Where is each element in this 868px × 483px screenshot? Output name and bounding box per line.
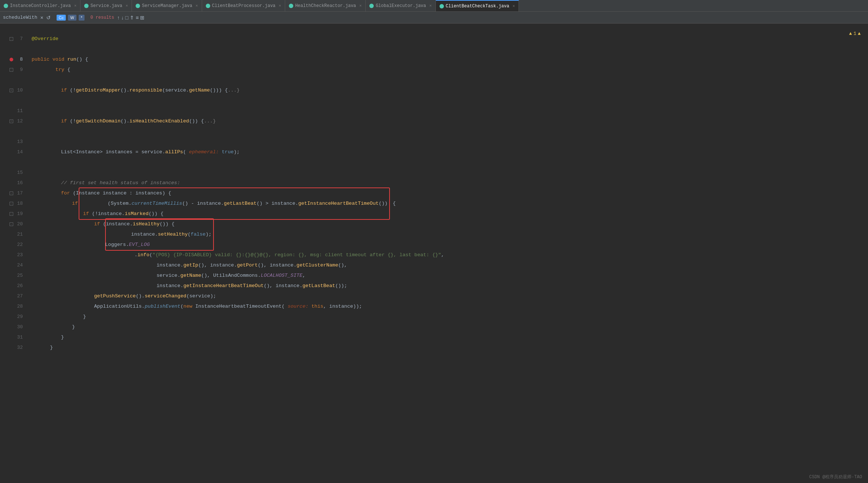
gutter-line-27: 27 (0, 291, 23, 301)
search-bar: scheduleWith × ↺ Cc W * 0 results ↑ ↓ □ … (0, 12, 868, 24)
code-line (26, 168, 868, 178)
fold-button[interactable]: + (10, 119, 13, 123)
fold-button[interactable]: - (10, 222, 13, 226)
fold-button[interactable]: - (10, 192, 13, 195)
code-line-if-heartbeat: if (System.currentTimeMillis() - instanc… (26, 198, 868, 209)
fold-button[interactable]: - (10, 68, 13, 72)
funnel-button[interactable]: ⊞ (140, 15, 144, 21)
tab-service[interactable]: Service.java × (80, 0, 132, 11)
filter-button[interactable]: ⇑ (130, 15, 134, 21)
gutter-line-18: - 18 (0, 198, 23, 209)
tab-close[interactable]: × (196, 4, 198, 8)
tab-close[interactable]: × (126, 4, 128, 8)
code-line (26, 137, 868, 147)
warning-indicator: ▲ 1 ▲ (849, 31, 861, 36)
gutter-line-32: 32 (0, 343, 23, 353)
gutter-line (0, 96, 23, 106)
code-line-comment: // first set health status of instances: (26, 178, 868, 188)
expand-button[interactable]: □ (125, 15, 128, 21)
file-icon (369, 4, 374, 8)
search-term: scheduleWith (3, 15, 37, 20)
code-line-ismarked: if (!instance.isMarked()) { (26, 209, 868, 219)
file-icon (289, 4, 293, 8)
fold-button[interactable]: - (10, 212, 13, 216)
code-line-annotation: @Override (26, 34, 868, 44)
case-sensitive-button[interactable]: Cc (57, 15, 66, 21)
file-icon (4, 4, 8, 8)
code-line (26, 96, 868, 106)
gutter-line-8: 8 (0, 54, 23, 65)
fold-button[interactable]: + (10, 89, 13, 92)
gutter-line-21: 21 (0, 229, 23, 240)
editor: - 7 8 - 9 + 10 11 + 12 (0, 24, 868, 483)
code-line (26, 75, 868, 85)
prev-result-button[interactable]: ↑ (117, 15, 120, 21)
code-line (26, 44, 868, 54)
warning-count: 1 (853, 31, 856, 36)
code-area[interactable]: @Override public void run() { try { if (… (26, 24, 868, 483)
gutter-line-14: 14 (0, 147, 23, 157)
code-line-pushservice: getPushService().serviceChanged(service)… (26, 291, 868, 301)
prev-occurrence-button[interactable]: ↺ (46, 15, 51, 21)
gutter-line-19: - 19 (0, 209, 23, 219)
gutter-line (0, 24, 23, 34)
tab-close[interactable]: × (513, 4, 515, 8)
code-line-close4: } (26, 343, 868, 353)
gutter-line (0, 157, 23, 168)
code-line-distro: if (!getDistroMapper().responsible(servi… (26, 85, 868, 96)
search-controls: Cc W * (57, 15, 85, 21)
tab-bar: InstanceController.java × Service.java ×… (0, 0, 868, 12)
search-nav: ↑ ↓ □ ⇑ ≡ ⊞ (117, 15, 145, 21)
tab-health-check-reactor[interactable]: HealthCheckReactor.java × (285, 0, 366, 11)
tab-close[interactable]: × (74, 4, 77, 8)
gutter-line-10: + 10 (0, 85, 23, 96)
tab-global-executor[interactable]: GlobalExecutor.java × (366, 0, 435, 11)
file-icon (136, 4, 140, 8)
gutter-line-13: 13 (0, 137, 23, 147)
tab-client-beat-processor[interactable]: ClientBeatProcessor.java × (202, 0, 285, 11)
next-result-button[interactable]: ↓ (121, 15, 124, 21)
gutter-line-24: 24 (0, 260, 23, 271)
code-line-close2: } (26, 322, 868, 332)
settings-button[interactable]: ≡ (136, 15, 139, 21)
fold-button[interactable]: - (10, 37, 13, 41)
gutter-line (0, 126, 23, 137)
tab-close[interactable]: × (429, 4, 432, 8)
code-line-gettimeout: instance.getInstanceHeartBeatTimeOut(), … (26, 281, 868, 291)
code-line-close1: } (26, 312, 868, 322)
gutter-line-23: 23 (0, 250, 23, 260)
tab-client-beat-check-task[interactable]: ClientBeatCheckTask.java × (436, 0, 519, 11)
code-line (26, 126, 868, 137)
code-line-loggers: Loggers.EVT_LOG (26, 240, 868, 250)
gutter-line-29: 29 (0, 312, 23, 322)
expand-icon[interactable]: ▲ (858, 31, 861, 36)
code-line-try: try { (26, 65, 868, 75)
code-line (26, 157, 868, 168)
file-icon (206, 4, 210, 8)
close-search-button[interactable]: × (40, 15, 43, 21)
gutter-line-22: 22 (0, 240, 23, 250)
gutter-line (0, 44, 23, 54)
gutter-line: - 7 (0, 34, 23, 44)
fold-button[interactable]: - (10, 202, 13, 205)
code-line-switch: if (!getSwitchDomain().isHealthCheckEnab… (26, 116, 868, 126)
code-line-publish: ApplicationUtils.publishEvent(new Instan… (26, 301, 868, 312)
tab-close[interactable]: × (359, 4, 362, 8)
search-results: 0 results (90, 15, 114, 20)
code-line-instances: List<Instance> instances = service.allIP… (26, 147, 868, 157)
file-icon (84, 4, 89, 8)
tab-close[interactable]: × (279, 4, 281, 8)
regex-button[interactable]: * (79, 15, 85, 21)
code-line-sethealthy: instance.setHealthy(false); (26, 229, 868, 240)
tab-service-manager[interactable]: ServiceManager.java × (132, 0, 202, 11)
code-line (26, 24, 868, 34)
code-line-getname: service.getName(), UtilsAndCommons.LOCAL… (26, 271, 868, 281)
tab-instance-controller[interactable]: InstanceController.java × (0, 0, 80, 11)
whole-word-button[interactable]: W (68, 15, 76, 21)
gutter-line (0, 75, 23, 85)
gutter-line-31: 31 (0, 332, 23, 343)
breakpoint-indicator (10, 58, 13, 61)
gutter-line-16: 16 (0, 178, 23, 188)
code-line-info: .info("{POS} {IP-DISABLED} valid: {}:{}@… (26, 250, 868, 260)
warning-icon: ▲ (849, 31, 852, 36)
